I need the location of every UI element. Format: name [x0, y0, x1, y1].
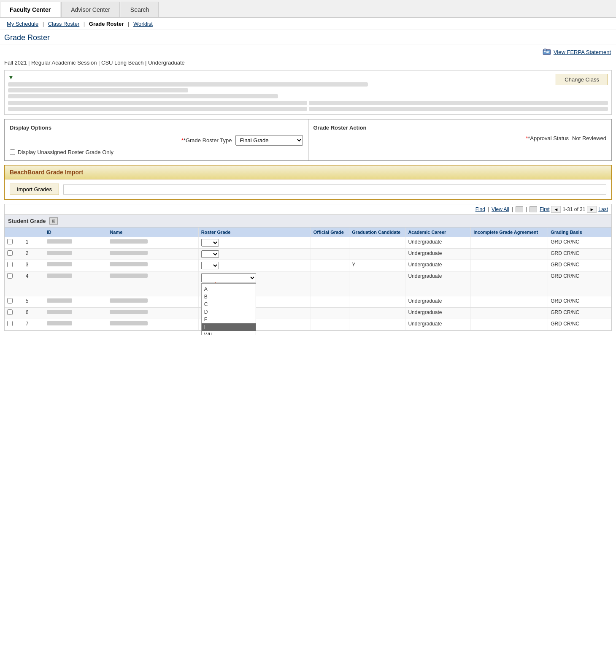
subnav-my-schedule[interactable]: My Schedule — [7, 21, 38, 27]
th-num — [23, 228, 44, 237]
roster-grade-select-4[interactable]: ABCDFIWU — [201, 273, 256, 282]
row-academic-career: Undergraduate — [405, 319, 471, 331]
row-official-grade — [311, 319, 349, 331]
row-roster-grade[interactable]: ABCDFIWU — [198, 260, 311, 271]
th-roster-grade: Roster Grade — [198, 228, 311, 237]
row-graduation-candidate — [349, 296, 405, 308]
row-name — [107, 249, 198, 260]
row-name — [107, 319, 198, 331]
row-incomplete-grade — [471, 271, 548, 296]
row-number: 5 — [23, 296, 44, 308]
roster-grade-select-2[interactable]: ABCDFIWU — [201, 250, 219, 258]
approval-status-row: *Approval Status Not Reviewed — [313, 135, 607, 141]
row-name — [107, 308, 198, 319]
subnav-class-roster[interactable]: Class Roster — [48, 21, 79, 27]
row-incomplete-grade — [471, 319, 548, 331]
sep1: | — [43, 21, 44, 27]
grade-option-A[interactable]: A — [202, 285, 256, 293]
sep3: | — [128, 21, 129, 27]
tab-advisor-center[interactable]: Advisor Center — [61, 2, 120, 17]
row-checkbox-cell — [5, 237, 23, 249]
table-row: 5ABCDFIWUUndergraduateGRD CR/NC — [5, 296, 611, 308]
row-2-checkbox[interactable] — [7, 250, 13, 256]
expand-icon[interactable] — [516, 206, 523, 212]
find-link[interactable]: Find — [476, 206, 485, 212]
unassigned-checkbox[interactable] — [10, 149, 15, 155]
row-4-checkbox[interactable] — [7, 273, 13, 279]
sep2: | — [84, 21, 85, 27]
table-row: 7ABCDFIWUUndergraduateGRD CR/NC — [5, 319, 611, 331]
grade-action-panel: Grade Roster Action *Approval Status Not… — [308, 119, 612, 161]
row-number: 2 — [23, 249, 44, 260]
svg-rect-2 — [544, 51, 546, 52]
row-7-checkbox[interactable] — [7, 321, 13, 326]
subnav-grade-roster: Grade Roster — [89, 21, 124, 27]
th-official-grade: Official Grade — [311, 228, 349, 237]
table-row: 3ABCDFIWUYUndergraduateGRD CR/NC — [5, 260, 611, 271]
tab-faculty-center[interactable]: Faculty Center — [0, 2, 60, 17]
grade-option-D[interactable]: D — [202, 308, 256, 316]
row-6-checkbox[interactable] — [7, 309, 13, 315]
svg-rect-4 — [546, 52, 548, 53]
row-id — [44, 296, 107, 308]
row-roster-grade[interactable]: ABCDFIWU — [198, 237, 311, 249]
roster-grade-select-1[interactable]: ABCDFIWU — [201, 239, 219, 247]
view-all-link[interactable]: View All — [492, 206, 509, 212]
row-grading-basis: GRD CR/NC — [548, 249, 611, 260]
grade-option-WU[interactable]: WU — [202, 331, 256, 335]
sub-nav: My Schedule | Class Roster | Grade Roste… — [0, 18, 616, 30]
row-official-grade — [311, 271, 349, 296]
expand-arrow-icon[interactable]: ▼ — [8, 74, 608, 81]
subnav-worklist[interactable]: Worklist — [133, 21, 153, 27]
svg-rect-3 — [546, 51, 549, 51]
row-3-checkbox[interactable] — [7, 262, 13, 267]
ferpa-link[interactable]: View FERPA Statement — [543, 49, 611, 55]
grade-table: ID Name Roster Grade Official Grade Grad… — [5, 228, 611, 331]
row-roster-grade[interactable]: ABCDFIWU — [198, 249, 311, 260]
row-id — [44, 260, 107, 271]
row-checkbox-cell — [5, 271, 23, 296]
grade-option-F[interactable]: F — [202, 316, 256, 323]
row-1-checkbox[interactable] — [7, 239, 13, 244]
row-graduation-candidate: Y — [349, 260, 405, 271]
next-page-button[interactable]: ► — [587, 206, 597, 213]
row-name — [107, 271, 198, 296]
page-info: 1-31 of 31 — [562, 206, 585, 212]
import-grades-button[interactable]: Import Grades — [10, 184, 59, 195]
prev-page-button[interactable]: ◄ — [551, 206, 561, 213]
row-number: 3 — [23, 260, 44, 271]
student-grade-settings-icon[interactable]: ⊞ — [49, 217, 58, 225]
grade-option-C[interactable]: C — [202, 301, 256, 308]
last-link[interactable]: Last — [598, 206, 608, 212]
row-number: 6 — [23, 308, 44, 319]
row-official-grade — [311, 296, 349, 308]
class-blurred-line-1 — [8, 82, 368, 87]
row-id — [44, 319, 107, 331]
grade-option-I[interactable]: I — [202, 323, 256, 331]
th-id: ID — [44, 228, 107, 237]
ctrl-sep3: | — [526, 206, 527, 212]
approval-status-value: Not Reviewed — [572, 135, 606, 141]
row-name — [107, 237, 198, 249]
row-graduation-candidate — [349, 308, 405, 319]
change-class-button[interactable]: Change Class — [556, 74, 608, 85]
grade-roster-type-select[interactable]: Final Grade Mid-term Grade — [235, 135, 303, 146]
roster-grade-select-3[interactable]: ABCDFIWU — [201, 262, 219, 269]
ferpa-icon — [543, 49, 551, 55]
tab-search[interactable]: Search — [121, 2, 159, 17]
student-grade-label: Student Grade — [8, 218, 46, 224]
first-link[interactable]: First — [540, 206, 549, 212]
ferpa-label: View FERPA Statement — [554, 49, 611, 55]
row-checkbox-cell — [5, 296, 23, 308]
row-grading-basis: GRD CR/NC — [548, 319, 611, 331]
row-number: 7 — [23, 319, 44, 331]
th-graduation-candidate: Graduation Candidate — [349, 228, 405, 237]
student-grade-header-row: Student Grade ⊞ — [5, 215, 611, 228]
grade-option-B[interactable]: B — [202, 293, 256, 301]
row-roster-grade[interactable]: ABCDFIWUABCDFIWU — [198, 271, 311, 296]
table-row: 6ABCDFIWUUndergraduateGRD CR/NC — [5, 308, 611, 319]
beachboard-body: Import Grades — [5, 179, 611, 199]
grid-icon[interactable] — [530, 206, 537, 212]
class-info-block-4 — [309, 107, 608, 111]
row-5-checkbox[interactable] — [7, 298, 13, 303]
